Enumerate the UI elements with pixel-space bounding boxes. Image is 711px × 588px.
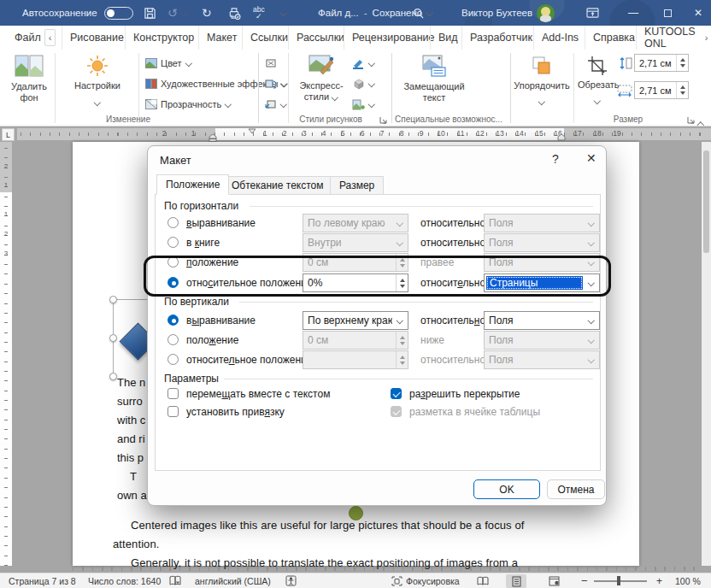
language-indicator[interactable]: английский (США) <box>195 573 271 588</box>
resize-position-button[interactable] <box>265 55 277 72</box>
avatar[interactable] <box>537 0 555 26</box>
customize-toolbar-icon[interactable] <box>280 0 287 26</box>
label-h-position[interactable]: положение <box>186 256 238 268</box>
right-indent-marker[interactable] <box>557 133 566 141</box>
checkbox-allow-overlap[interactable] <box>391 388 402 399</box>
radio-v-relative-position[interactable] <box>167 354 179 365</box>
label-h-book[interactable]: в книге <box>186 237 220 249</box>
search-icon[interactable] <box>412 0 425 26</box>
checkbox-layout-in-table-cell[interactable] <box>391 406 402 417</box>
undo-icon[interactable]: ↺ <box>167 0 187 26</box>
dropdown-v-alignment[interactable]: По верхнему краю <box>303 311 408 330</box>
selection-handle[interactable] <box>109 373 117 380</box>
tab-kutools[interactable]: KUTOOLS ONL <box>636 26 711 50</box>
label-h-relative-position[interactable]: относительное положение <box>186 277 312 289</box>
maximize-button[interactable] <box>655 0 680 26</box>
width-field[interactable]: 2,71 см <box>634 81 689 99</box>
label-v-position[interactable]: положение <box>186 334 238 346</box>
spinner-v-position[interactable]: 0 см <box>303 331 408 350</box>
reset-picture-button[interactable] <box>265 96 287 113</box>
dropdown-h-book[interactable]: Внутри <box>303 233 408 252</box>
minimize-button[interactable]: — <box>620 0 646 26</box>
tab-risovanie[interactable]: Рисование <box>62 26 132 50</box>
dropdown-v-relative-rel[interactable]: Поля <box>484 350 600 369</box>
ribbon-display-options-icon[interactable] <box>579 0 605 26</box>
save-icon[interactable] <box>144 0 156 26</box>
picture-layout-button[interactable] <box>352 96 375 113</box>
radio-h-book[interactable] <box>167 237 179 248</box>
cancel-button[interactable]: Отмена <box>547 479 605 499</box>
autosave-toggle[interactable] <box>104 0 133 26</box>
tab-konstruktor[interactable]: Конструктор <box>125 26 202 50</box>
zoom-in-button[interactable]: + <box>656 573 662 588</box>
accessibility-icon[interactable] <box>285 573 297 588</box>
tab-rassylki[interactable]: Рассылки <box>288 26 352 50</box>
vertical-scrollbar[interactable] <box>702 142 711 566</box>
height-field[interactable]: 2,71 см <box>634 54 689 72</box>
spelling-icon[interactable]: abc✓ <box>253 0 265 26</box>
dropdown-h-alignment[interactable]: По левому краю <box>303 214 408 232</box>
size-launcher-icon[interactable] <box>687 116 696 125</box>
tab-maket[interactable]: Макет <box>198 26 244 50</box>
picture-border-button[interactable] <box>352 55 375 72</box>
zoom-level[interactable]: 100 % <box>675 573 701 588</box>
dialog-tab-size[interactable]: Размер <box>330 176 384 195</box>
change-picture-button[interactable] <box>265 75 287 92</box>
word-count[interactable]: Число слов: 1640 <box>88 573 161 588</box>
tab-addins[interactable]: Add-Ins <box>533 26 586 50</box>
web-layout-button[interactable] <box>544 574 564 588</box>
label-move-with-text[interactable]: перемещать вместе с текстом <box>186 388 330 400</box>
tab-scroll-left[interactable]: ‹ <box>44 29 56 46</box>
selection-handle[interactable] <box>109 296 117 303</box>
zoom-slider-thumb[interactable] <box>617 576 620 585</box>
close-button[interactable]: ✕ <box>685 0 711 26</box>
transparency-button[interactable]: Прозрачность <box>145 96 232 113</box>
checkbox-move-with-text[interactable] <box>167 388 179 399</box>
label-v-alignment[interactable]: выравнивание <box>186 315 256 326</box>
tab-scroll-right[interactable]: › <box>701 29 711 46</box>
print-layout-button[interactable] <box>506 574 526 588</box>
dialog-close-button[interactable]: ✕ <box>586 151 596 165</box>
tab-recenzirovanie[interactable]: Рецензирование <box>344 26 443 50</box>
selection-handle[interactable] <box>109 334 117 342</box>
scrollbar-thumb[interactable] <box>703 150 709 253</box>
crop-button[interactable]: Обрезать <box>578 53 617 115</box>
page-indicator[interactable]: Страница 7 из 8 <box>9 573 76 588</box>
dropdown-h-book-rel[interactable]: Поля <box>484 233 600 252</box>
remove-background-button[interactable]: Удалитьфон <box>7 53 51 115</box>
radio-h-relative-position[interactable] <box>167 277 179 288</box>
alt-text-button[interactable]: Замещающийтекст <box>403 53 465 115</box>
dropdown-v-alignment-rel[interactable]: Поля <box>484 311 600 330</box>
tab-file[interactable]: Файл <box>7 26 49 50</box>
radio-v-position[interactable] <box>167 334 179 345</box>
redo-icon[interactable]: ↻ <box>202 0 212 26</box>
quick-styles-button[interactable]: Экспресс-стили <box>294 53 349 115</box>
read-mode-button[interactable] <box>473 574 493 588</box>
tab-vid[interactable]: Вид <box>430 26 466 50</box>
hanging-indent-marker[interactable] <box>209 133 217 142</box>
focus-mode-button[interactable]: Фокусировка <box>391 573 460 588</box>
label-lock-anchor[interactable]: установить привязку <box>186 406 285 418</box>
arrange-button[interactable]: Упорядочить <box>514 53 570 115</box>
quick-print-icon[interactable] <box>227 0 241 26</box>
user-name[interactable]: Виктор Бухтеев <box>461 0 532 26</box>
zoom-slider[interactable] <box>594 580 647 582</box>
dropdown-v-position-rel[interactable]: Поля <box>484 331 600 350</box>
picture-styles-launcher-icon[interactable] <box>379 116 388 125</box>
radio-h-alignment[interactable] <box>167 217 179 228</box>
tab-spravka[interactable]: Справка <box>585 26 643 50</box>
spinner-v-relative-value[interactable] <box>303 350 408 369</box>
picture-effects-button[interactable] <box>352 75 375 92</box>
dropdown-h-relative-rel[interactable]: Страницы <box>484 273 600 292</box>
color-button[interactable]: Цвет <box>145 55 192 72</box>
label-allow-overlap[interactable]: разрешить перекрытие <box>409 388 520 400</box>
ok-button[interactable]: OK <box>473 479 540 499</box>
label-v-relative-position[interactable]: относительное положение <box>186 354 312 366</box>
tab-selector[interactable]: L <box>2 128 15 141</box>
radio-v-alignment[interactable] <box>167 315 179 326</box>
radio-h-position[interactable] <box>167 256 179 268</box>
spinner-h-position[interactable]: 0 см <box>303 253 408 272</box>
label-h-alignment[interactable]: выравнивание <box>186 217 256 229</box>
dialog-tab-wrapping[interactable]: Обтекание текстом <box>222 176 332 195</box>
checkbox-lock-anchor[interactable] <box>167 406 179 417</box>
